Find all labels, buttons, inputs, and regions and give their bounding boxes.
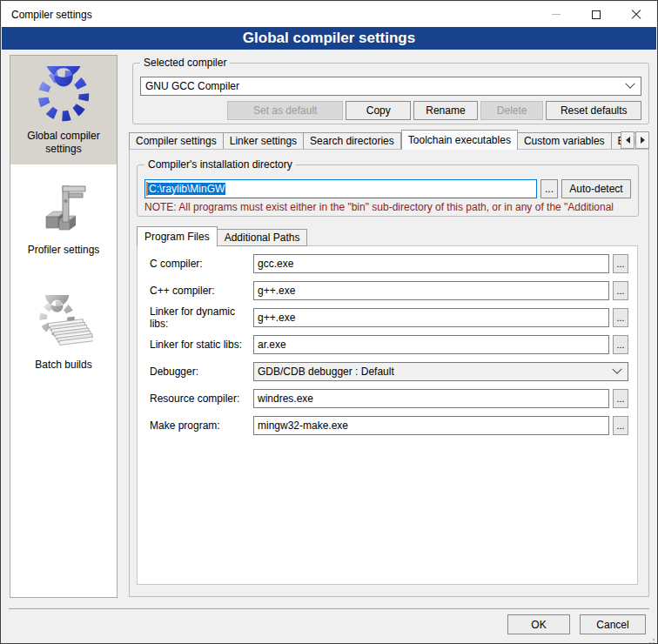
arrow-left-icon: [626, 137, 630, 144]
close-button[interactable]: [616, 2, 656, 27]
tab-scroll-buttons: [621, 131, 649, 149]
sidebar-item-batch-builds[interactable]: Batch builds: [10, 285, 117, 380]
minimize-icon: [552, 14, 561, 15]
resource-compiler-input[interactable]: windres.exe: [253, 389, 609, 408]
installation-directory-value: C:\raylib\MinGW: [148, 183, 225, 195]
c-compiler-input[interactable]: gcc.exe: [253, 254, 609, 273]
make-program-label: Make program:: [150, 419, 253, 432]
field-row-static-linker: Linker for static libs: ar.exe ...: [150, 335, 628, 354]
field-row-cpp-compiler: C++ compiler: g++.exe ...: [150, 281, 628, 300]
auto-detect-button[interactable]: Auto-detect: [561, 179, 631, 198]
minimize-button: [536, 2, 576, 27]
tab-additional-paths[interactable]: Additional Paths: [218, 229, 308, 246]
dynamic-linker-input[interactable]: g++.exe: [253, 308, 609, 327]
installation-directory-row: C:\raylib\MinGW ... Auto-detect: [144, 179, 631, 198]
dynamic-linker-label: Linker for dynamic libs:: [150, 305, 253, 330]
reset-defaults-button[interactable]: Reset defaults: [546, 101, 641, 120]
maximize-icon: [592, 10, 601, 19]
field-row-dynamic-linker: Linker for dynamic libs: g++.exe ...: [150, 308, 628, 327]
cpp-compiler-label: C++ compiler:: [150, 285, 253, 297]
field-row-c-compiler: C compiler: gcc.exe ...: [150, 254, 628, 273]
c-compiler-label: C compiler:: [150, 258, 253, 270]
gear-stack-icon: [32, 293, 95, 356]
dialog-content: Global compiler settings: [2, 50, 656, 642]
chevron-down-icon: [612, 365, 621, 374]
tab-search-directories[interactable]: Search directories: [304, 132, 401, 150]
caliper-icon: [32, 178, 95, 241]
toolchain-executables-panel: Compiler's installation directory C:\ray…: [129, 149, 649, 597]
set-as-default-button: Set as default: [227, 101, 343, 120]
compiler-select[interactable]: GNU GCC Compiler: [140, 77, 641, 96]
debugger-select[interactable]: GDB/CDB debugger : Default: [253, 362, 628, 381]
delete-button: Delete: [480, 101, 544, 120]
tab-scroll-left-button[interactable]: [621, 131, 634, 149]
field-row-debugger: Debugger: GDB/CDB debugger : Default: [150, 362, 628, 381]
close-icon: [631, 10, 641, 20]
cpp-compiler-input[interactable]: g++.exe: [253, 281, 609, 300]
settings-category-list: Global compiler settings: [10, 55, 118, 598]
make-program-input[interactable]: mingw32-make.exe: [253, 416, 609, 435]
cancel-button[interactable]: Cancel: [580, 614, 646, 634]
selected-compiler-group-label: Selected compiler: [140, 57, 230, 69]
resize-grip[interactable]: [653, 639, 655, 641]
compiler-action-buttons: Set as default Copy Rename Delete Reset …: [140, 101, 641, 120]
tab-scroll-right-button[interactable]: [635, 131, 649, 149]
arrow-right-icon: [641, 137, 645, 144]
tab-custom-variables[interactable]: Custom variables: [518, 132, 612, 150]
sidebar-item-label: Profiler settings: [24, 244, 104, 265]
caption-buttons: [536, 2, 656, 27]
static-linker-input[interactable]: ar.exe: [253, 335, 609, 354]
tab-linker-settings[interactable]: Linker settings: [224, 132, 304, 150]
resource-compiler-browse-button[interactable]: ...: [613, 389, 628, 408]
cpp-compiler-browse-button[interactable]: ...: [613, 281, 628, 300]
c-compiler-browse-button[interactable]: ...: [613, 254, 628, 273]
installation-directory-group: Compiler's installation directory C:\ray…: [137, 164, 639, 217]
sidebar-item-global-compiler-settings[interactable]: Global compiler settings: [10, 56, 117, 164]
debugger-label: Debugger:: [150, 366, 253, 378]
sidebar-item-label: Batch builds: [31, 359, 95, 380]
static-linker-label: Linker for static libs:: [150, 339, 253, 351]
bin-subdirectory-note: NOTE: All programs must exist either in …: [144, 201, 634, 213]
make-program-browse-button[interactable]: ...: [613, 416, 628, 435]
dynamic-linker-browse-button[interactable]: ...: [613, 308, 628, 327]
resource-compiler-label: Resource compiler:: [150, 392, 253, 405]
copy-button[interactable]: Copy: [346, 101, 411, 120]
static-linker-browse-button[interactable]: ...: [613, 335, 628, 354]
dialog-buttons: OK Cancel: [507, 614, 646, 634]
debugger-select-value: GDB/CDB debugger : Default: [258, 366, 394, 378]
footer-divider: [9, 608, 649, 609]
tab-program-files[interactable]: Program Files: [137, 226, 218, 246]
compiler-settings-dialog: Compiler settings Global compiler settin…: [0, 0, 658, 644]
program-files-notebook: Program Files Additional Paths C compile…: [137, 226, 638, 585]
selected-compiler-group: Selected compiler GNU GCC Compiler Set a…: [132, 63, 649, 124]
blue-gear-icon: [32, 64, 95, 127]
sidebar-item-label: Global compiler settings: [10, 130, 117, 164]
tab-toolchain-executables[interactable]: Toolchain executables: [401, 130, 518, 150]
title-bar: Compiler settings: [2, 2, 656, 27]
chevron-down-icon: [625, 79, 634, 89]
sidebar-item-profiler-settings[interactable]: Profiler settings: [10, 170, 117, 265]
window-title: Compiler settings: [11, 9, 92, 21]
maximize-button[interactable]: [576, 2, 616, 27]
notebook-tab-strip: Program Files Additional Paths: [137, 226, 307, 246]
field-row-resource-compiler: Resource compiler: windres.exe ...: [150, 389, 628, 408]
tab-compiler-settings[interactable]: Compiler settings: [129, 132, 224, 150]
rename-button[interactable]: Rename: [413, 101, 478, 120]
compiler-select-value: GNU GCC Compiler: [145, 80, 239, 92]
ok-button[interactable]: OK: [507, 614, 570, 634]
installation-directory-group-label: Compiler's installation directory: [144, 158, 296, 171]
settings-tab-strip: Compiler settings Linker settings Search…: [129, 130, 649, 150]
field-row-make-program: Make program: mingw32-make.exe ...: [150, 416, 628, 435]
page-title: Global compiler settings: [2, 27, 656, 50]
browse-directory-button[interactable]: ...: [540, 179, 558, 198]
installation-directory-input[interactable]: C:\raylib\MinGW: [144, 179, 537, 198]
program-files-page: C compiler: gcc.exe ... C++ compiler: g+…: [137, 245, 638, 585]
